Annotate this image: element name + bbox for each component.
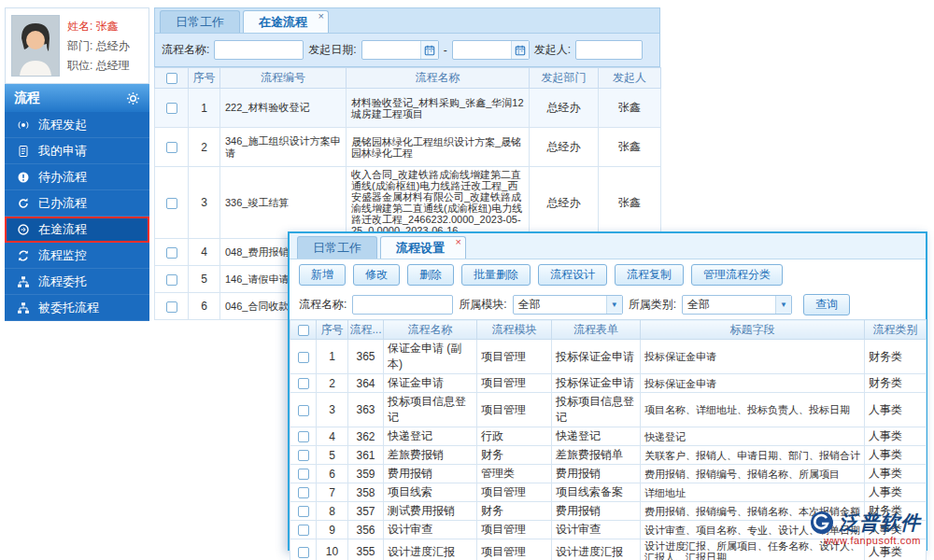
batch-delete-button[interactable]: 批量删除: [461, 264, 531, 286]
category-label: 所属类别:: [629, 297, 676, 313]
table-row: 2 346_施工组织设计方案申请 晟铭园林绿化工程组织设计方案_晟铭园林绿化工程…: [155, 128, 661, 167]
col-header-module: 流程模块: [477, 320, 552, 340]
profile-dept: 部门: 总经办: [67, 36, 130, 56]
flow-copy-button[interactable]: 流程复制: [615, 264, 684, 286]
row-checkbox[interactable]: [298, 431, 309, 442]
front-toolbar: 新增 修改 删除 批量删除 流程设计 流程复制 管理流程分类: [290, 259, 926, 290]
calendar-icon[interactable]: [511, 41, 529, 59]
table-row: 7 358 项目线索 项目管理 项目线索备案 详细地址 人事类: [290, 483, 927, 502]
flow-design-button[interactable]: 流程设计: [538, 264, 607, 286]
col-header-dept: 发起部门: [530, 68, 599, 89]
tab-flow-settings[interactable]: 流程设置 ×: [380, 236, 466, 259]
module-select[interactable]: 全部 ▼: [513, 295, 623, 315]
category-select[interactable]: 全部 ▼: [682, 295, 792, 315]
delete-button[interactable]: 删除: [407, 264, 454, 286]
profile-card: 姓名: 张鑫 部门: 总经办 职位: 总经理: [5, 7, 149, 84]
start-date-to: [452, 40, 530, 60]
start-date-label: 发起日期:: [308, 42, 356, 58]
start-date-from-input[interactable]: [362, 42, 420, 58]
org-network-icon: [17, 275, 30, 288]
flow-name-input[interactable]: [352, 295, 453, 315]
calendar-icon[interactable]: [420, 41, 438, 59]
row-checkbox[interactable]: [298, 469, 309, 480]
avatar-image: [12, 16, 59, 76]
row-checkbox[interactable]: [298, 547, 309, 558]
flow-settings-window: 日常工作 流程设置 × 新增 修改 删除 批量删除 流程设计 流程复制 管理流程…: [288, 231, 927, 551]
sidebar-item-my-applications[interactable]: 我的申请: [5, 138, 149, 164]
row-checkbox[interactable]: [298, 450, 309, 461]
close-tab-icon[interactable]: ×: [456, 237, 461, 247]
col-header-person: 发起人: [599, 68, 661, 89]
flow-name-input[interactable]: [214, 40, 304, 60]
alert-icon: [17, 171, 30, 184]
main-tabbar: 日常工作 在途流程 ×: [154, 7, 660, 34]
initiator-input[interactable]: [575, 40, 643, 60]
chevron-down-icon: ▼: [606, 296, 622, 314]
row-checkbox[interactable]: [298, 506, 309, 517]
table-row: 1 222_材料验收登记 材料验收登记_材料采购_张鑫_华润12城房建工程项目 …: [155, 89, 661, 128]
flow-name-label: 流程名称:: [162, 42, 209, 58]
select-all-checkbox[interactable]: [166, 73, 177, 84]
tab-in-transit-flow[interactable]: 在途流程 ×: [243, 10, 329, 33]
module-label: 所属模块:: [459, 297, 506, 313]
table-row: 5 361 差旅费报销 财务 差旅费报销单 关联客户、报销人、申请日期、部门、报…: [290, 446, 927, 465]
tab-routine-work[interactable]: 日常工作: [297, 236, 377, 259]
table-row: 3 336_竣工结算 收入合同_改建铁路成渝线增建第二直通线(成渝枢纽)电力线路…: [155, 167, 661, 239]
col-header-form: 流程表单: [552, 320, 641, 340]
sidebar-item-completed-flows[interactable]: 已办流程: [5, 190, 149, 217]
row-checkbox[interactable]: [166, 301, 177, 313]
sidebar-item-flow-delegate[interactable]: 流程委托: [5, 269, 149, 295]
avatar: [11, 15, 60, 77]
col-header-code: 流程...: [348, 320, 384, 340]
main-filterbar: 流程名称: 发起日期: - 发起人:: [154, 34, 660, 67]
row-checkbox[interactable]: [298, 352, 309, 363]
sidebar-item-delegated-flows[interactable]: 被委托流程: [5, 295, 149, 321]
broadcast-icon: [17, 119, 30, 132]
close-tab-icon[interactable]: ×: [318, 11, 324, 21]
tab-routine-work[interactable]: 日常工作: [160, 10, 240, 33]
row-checkbox[interactable]: [166, 142, 177, 153]
gear-icon[interactable]: [126, 91, 140, 105]
row-checkbox[interactable]: [298, 487, 309, 498]
start-date-from: [361, 40, 439, 60]
sidebar-item-flow-initiate[interactable]: 流程发起: [5, 112, 149, 138]
sidebar-item-in-transit-flows[interactable]: 在途流程: [5, 217, 149, 243]
col-header-field: 标题字段: [641, 320, 865, 340]
sidebar-header: 流程: [5, 84, 149, 112]
search-button[interactable]: 查询: [803, 294, 850, 315]
row-checkbox[interactable]: [166, 103, 177, 114]
sync-icon: [17, 249, 30, 262]
col-header-code: 流程编号: [220, 68, 347, 89]
fanpu-logo-icon: [810, 511, 834, 535]
row-checkbox[interactable]: [166, 274, 177, 286]
row-checkbox[interactable]: [298, 405, 309, 416]
profile-name: 姓名: 张鑫: [67, 17, 130, 36]
flow-name-label: 流程名称:: [299, 297, 347, 313]
brand-name: 泛普软件: [839, 510, 921, 536]
col-header-no: 序号: [189, 68, 220, 89]
front-filterbar: 流程名称: 所属模块: 全部 ▼ 所属类别: 全部 ▼ 查询: [290, 290, 926, 319]
row-checkbox[interactable]: [166, 247, 177, 259]
col-header-name: 流程名称: [384, 320, 477, 340]
row-checkbox[interactable]: [298, 525, 309, 536]
table-row: 1 365 保证金申请 (副本) 项目管理 投标保证金申请 投标保证金申请 财务…: [290, 340, 927, 374]
col-header-name: 流程名称: [347, 68, 530, 89]
initiator-label: 发起人:: [534, 42, 571, 58]
manage-category-button[interactable]: 管理流程分类: [691, 264, 783, 286]
sidebar-item-pending-flows[interactable]: 待办流程: [5, 164, 149, 190]
profile-title: 职位: 总经理: [67, 56, 130, 76]
add-button[interactable]: 新增: [299, 264, 346, 286]
start-date-to-input[interactable]: [453, 42, 511, 58]
select-all-checkbox[interactable]: [298, 325, 309, 336]
front-tabbar: 日常工作 流程设置 ×: [290, 233, 926, 259]
refresh-icon: [17, 197, 30, 210]
edit-button[interactable]: 修改: [353, 264, 400, 286]
sidebar-item-flow-monitor[interactable]: 流程监控: [5, 243, 149, 269]
sidebar: 姓名: 张鑫 部门: 总经办 职位: 总经理 流程 流程发起 我的申请 待办流程: [5, 7, 149, 321]
in-transit-icon: [17, 223, 30, 236]
table-row: 3 363 投标项目信息登记 项目管理 投标项目信息登记 项目名称、详细地址、投…: [290, 393, 927, 427]
row-checkbox[interactable]: [298, 378, 309, 389]
table-row: 2 364 保证金申请 项目管理 投标保证金申请 投标保证金申请 财务类: [290, 374, 927, 393]
brand-url: www.fanpusoft.com: [824, 535, 921, 546]
row-checkbox[interactable]: [166, 198, 177, 209]
